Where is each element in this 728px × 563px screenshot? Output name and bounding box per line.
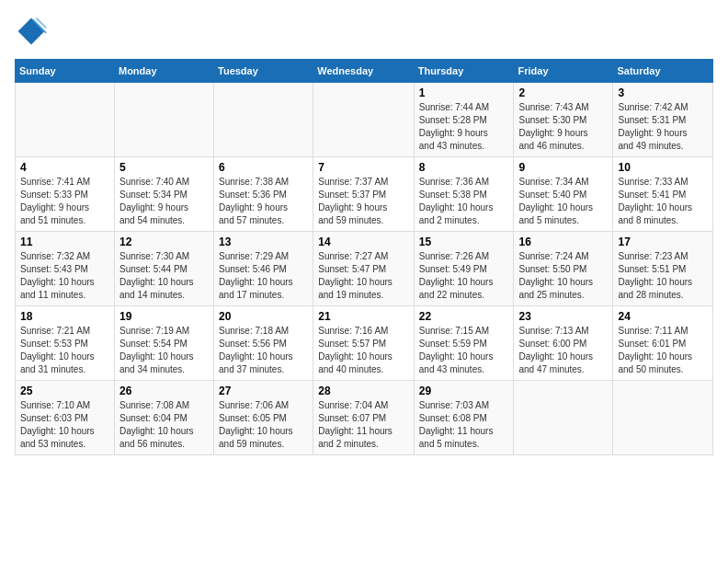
calendar-cell: 25Sunrise: 7:10 AM Sunset: 6:03 PM Dayli… <box>16 381 115 455</box>
day-info: Sunrise: 7:11 AM Sunset: 6:01 PM Dayligh… <box>618 325 708 376</box>
calendar-cell <box>114 83 213 157</box>
calendar-cell <box>514 381 613 455</box>
day-info: Sunrise: 7:18 AM Sunset: 5:56 PM Dayligh… <box>219 325 308 376</box>
day-number: 6 <box>219 161 308 174</box>
logo <box>15 15 51 48</box>
day-info: Sunrise: 7:36 AM Sunset: 5:38 PM Dayligh… <box>419 176 509 227</box>
weekday-header-monday: Monday <box>114 60 213 83</box>
calendar-cell: 18Sunrise: 7:21 AM Sunset: 5:53 PM Dayli… <box>16 306 115 381</box>
day-number: 21 <box>318 310 409 323</box>
calendar-cell: 9Sunrise: 7:34 AM Sunset: 5:40 PM Daylig… <box>514 157 613 232</box>
calendar-week-row: 1Sunrise: 7:44 AM Sunset: 5:28 PM Daylig… <box>16 83 713 157</box>
calendar-cell: 24Sunrise: 7:11 AM Sunset: 6:01 PM Dayli… <box>613 306 713 381</box>
calendar-cell: 28Sunrise: 7:04 AM Sunset: 6:07 PM Dayli… <box>313 381 415 455</box>
calendar-cell: 17Sunrise: 7:23 AM Sunset: 5:51 PM Dayli… <box>613 232 713 306</box>
day-info: Sunrise: 7:37 AM Sunset: 5:37 PM Dayligh… <box>318 176 409 227</box>
day-info: Sunrise: 7:34 AM Sunset: 5:40 PM Dayligh… <box>518 176 608 227</box>
day-info: Sunrise: 7:43 AM Sunset: 5:30 PM Dayligh… <box>518 101 608 153</box>
calendar-cell: 4Sunrise: 7:41 AM Sunset: 5:33 PM Daylig… <box>16 157 115 232</box>
calendar-cell <box>613 381 713 455</box>
day-info: Sunrise: 7:16 AM Sunset: 5:57 PM Dayligh… <box>318 325 409 376</box>
calendar-cell <box>313 83 415 157</box>
day-number: 4 <box>20 161 109 174</box>
calendar-cell: 27Sunrise: 7:06 AM Sunset: 6:05 PM Dayli… <box>214 381 313 455</box>
day-number: 28 <box>318 385 409 397</box>
calendar-cell: 2Sunrise: 7:43 AM Sunset: 5:30 PM Daylig… <box>514 83 613 157</box>
calendar-cell: 14Sunrise: 7:27 AM Sunset: 5:47 PM Dayli… <box>313 232 415 306</box>
day-info: Sunrise: 7:08 AM Sunset: 6:04 PM Dayligh… <box>119 399 209 451</box>
day-number: 17 <box>618 236 708 248</box>
weekday-header-tuesday: Tuesday <box>214 60 313 83</box>
calendar-cell: 19Sunrise: 7:19 AM Sunset: 5:54 PM Dayli… <box>114 306 213 381</box>
day-number: 12 <box>119 236 209 248</box>
calendar-cell: 20Sunrise: 7:18 AM Sunset: 5:56 PM Dayli… <box>214 306 313 381</box>
calendar-cell: 22Sunrise: 7:15 AM Sunset: 5:59 PM Dayli… <box>414 306 514 381</box>
day-number: 24 <box>618 310 708 323</box>
day-number: 1 <box>419 86 509 99</box>
day-number: 9 <box>518 161 608 174</box>
day-info: Sunrise: 7:27 AM Sunset: 5:47 PM Dayligh… <box>318 250 409 302</box>
calendar-cell: 16Sunrise: 7:24 AM Sunset: 5:50 PM Dayli… <box>514 232 613 306</box>
day-info: Sunrise: 7:41 AM Sunset: 5:33 PM Dayligh… <box>20 176 109 227</box>
calendar-cell: 10Sunrise: 7:33 AM Sunset: 5:41 PM Dayli… <box>613 157 713 232</box>
day-info: Sunrise: 7:04 AM Sunset: 6:07 PM Dayligh… <box>318 399 409 451</box>
calendar-cell: 29Sunrise: 7:03 AM Sunset: 6:08 PM Dayli… <box>414 381 514 455</box>
day-number: 11 <box>20 236 109 248</box>
day-number: 13 <box>219 236 308 248</box>
calendar-table: SundayMondayTuesdayWednesdayThursdayFrid… <box>15 59 713 455</box>
day-number: 16 <box>518 236 608 248</box>
calendar-cell: 6Sunrise: 7:38 AM Sunset: 5:36 PM Daylig… <box>214 157 313 232</box>
day-info: Sunrise: 7:38 AM Sunset: 5:36 PM Dayligh… <box>219 176 308 227</box>
day-info: Sunrise: 7:23 AM Sunset: 5:51 PM Dayligh… <box>618 250 708 302</box>
day-number: 27 <box>219 385 308 397</box>
weekday-header-saturday: Saturday <box>613 60 713 83</box>
day-number: 29 <box>419 385 509 397</box>
day-number: 2 <box>518 86 608 99</box>
day-number: 18 <box>20 310 109 323</box>
calendar-cell: 5Sunrise: 7:40 AM Sunset: 5:34 PM Daylig… <box>114 157 213 232</box>
day-info: Sunrise: 7:15 AM Sunset: 5:59 PM Dayligh… <box>419 325 509 376</box>
calendar-cell: 1Sunrise: 7:44 AM Sunset: 5:28 PM Daylig… <box>414 83 514 157</box>
day-number: 5 <box>119 161 209 174</box>
calendar-cell: 26Sunrise: 7:08 AM Sunset: 6:04 PM Dayli… <box>114 381 213 455</box>
day-number: 8 <box>419 161 509 174</box>
day-info: Sunrise: 7:10 AM Sunset: 6:03 PM Dayligh… <box>20 399 109 451</box>
day-number: 3 <box>618 86 708 99</box>
day-number: 20 <box>219 310 308 323</box>
day-info: Sunrise: 7:40 AM Sunset: 5:34 PM Dayligh… <box>119 176 209 227</box>
day-number: 25 <box>20 385 109 397</box>
day-number: 23 <box>518 310 608 323</box>
calendar-week-row: 11Sunrise: 7:32 AM Sunset: 5:43 PM Dayli… <box>16 232 713 306</box>
day-info: Sunrise: 7:30 AM Sunset: 5:44 PM Dayligh… <box>119 250 209 302</box>
day-info: Sunrise: 7:32 AM Sunset: 5:43 PM Dayligh… <box>20 250 109 302</box>
calendar-cell: 11Sunrise: 7:32 AM Sunset: 5:43 PM Dayli… <box>16 232 115 306</box>
day-info: Sunrise: 7:24 AM Sunset: 5:50 PM Dayligh… <box>518 250 608 302</box>
calendar-week-row: 4Sunrise: 7:41 AM Sunset: 5:33 PM Daylig… <box>16 157 713 232</box>
day-info: Sunrise: 7:44 AM Sunset: 5:28 PM Dayligh… <box>419 101 509 153</box>
calendar-cell: 13Sunrise: 7:29 AM Sunset: 5:46 PM Dayli… <box>214 232 313 306</box>
calendar-cell: 15Sunrise: 7:26 AM Sunset: 5:49 PM Dayli… <box>414 232 514 306</box>
day-info: Sunrise: 7:21 AM Sunset: 5:53 PM Dayligh… <box>20 325 109 376</box>
day-info: Sunrise: 7:42 AM Sunset: 5:31 PM Dayligh… <box>618 101 708 153</box>
weekday-header-sunday: Sunday <box>16 60 115 83</box>
calendar-cell: 7Sunrise: 7:37 AM Sunset: 5:37 PM Daylig… <box>313 157 415 232</box>
day-info: Sunrise: 7:19 AM Sunset: 5:54 PM Dayligh… <box>119 325 209 376</box>
weekday-header-thursday: Thursday <box>414 60 514 83</box>
calendar-cell: 23Sunrise: 7:13 AM Sunset: 6:00 PM Dayli… <box>514 306 613 381</box>
day-number: 14 <box>318 236 409 248</box>
day-info: Sunrise: 7:29 AM Sunset: 5:46 PM Dayligh… <box>219 250 308 302</box>
day-info: Sunrise: 7:26 AM Sunset: 5:49 PM Dayligh… <box>419 250 509 302</box>
weekday-header-row: SundayMondayTuesdayWednesdayThursdayFrid… <box>16 60 713 83</box>
weekday-header-wednesday: Wednesday <box>313 60 415 83</box>
day-info: Sunrise: 7:06 AM Sunset: 6:05 PM Dayligh… <box>219 399 308 451</box>
calendar-cell: 3Sunrise: 7:42 AM Sunset: 5:31 PM Daylig… <box>613 83 713 157</box>
calendar-week-row: 18Sunrise: 7:21 AM Sunset: 5:53 PM Dayli… <box>16 306 713 381</box>
day-info: Sunrise: 7:33 AM Sunset: 5:41 PM Dayligh… <box>618 176 708 227</box>
day-info: Sunrise: 7:03 AM Sunset: 6:08 PM Dayligh… <box>419 399 509 451</box>
day-number: 10 <box>618 161 708 174</box>
day-info: Sunrise: 7:13 AM Sunset: 6:00 PM Dayligh… <box>518 325 608 376</box>
page-header <box>15 15 713 48</box>
day-number: 15 <box>419 236 509 248</box>
logo-icon <box>15 15 48 48</box>
calendar-cell <box>16 83 115 157</box>
